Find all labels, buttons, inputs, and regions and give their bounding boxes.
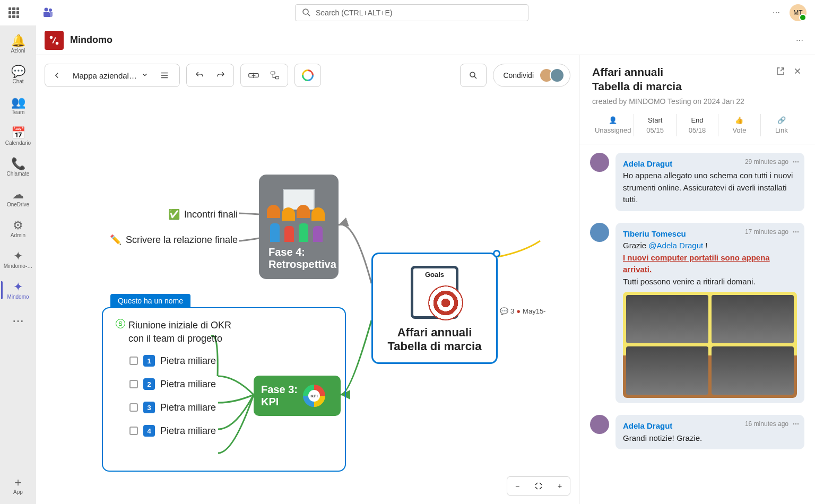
back-button[interactable] xyxy=(48,67,65,84)
comment-menu[interactable]: ⋯ xyxy=(793,157,799,167)
phase3-node[interactable]: Fase 3: KPI xyxy=(254,376,341,416)
more-menu-button[interactable]: ⋯ xyxy=(769,5,783,20)
milestone-1[interactable]: 1Pietra miliare xyxy=(129,355,332,367)
node-handle[interactable] xyxy=(493,250,500,257)
rail-icon: ⚙ xyxy=(13,220,23,231)
svg-point-2 xyxy=(303,9,308,14)
rail-item-azioni[interactable]: 🔔Azioni xyxy=(1,30,35,58)
user-avatar[interactable]: MT xyxy=(790,4,807,21)
comment: 29 minutes ago⋯ Adela Dragut Ho appena a… xyxy=(590,153,804,211)
comment: 16 minutes ago⋯ Adela Dragut Grandi noti… xyxy=(590,415,804,449)
comment-body: Grazie @Adela Dragut ! I nuovi computer … xyxy=(623,240,797,398)
meta-05/18[interactable]: End05/18 xyxy=(677,114,718,136)
details-panel: Affari annuali Tabella di marcia created… xyxy=(579,55,815,504)
meta-link[interactable]: 🔗Link xyxy=(761,114,802,136)
teams-logo xyxy=(41,6,54,19)
meta-05/15[interactable]: Start05/15 xyxy=(634,114,676,136)
phase4-node[interactable]: Fase 4: Retrospettiva xyxy=(259,175,339,279)
svg-line-10 xyxy=(475,76,477,79)
comment-body: Grandi notizie! Grazie. xyxy=(623,432,797,445)
search-icon xyxy=(302,8,310,18)
check-icon: ✅ xyxy=(168,208,180,220)
milestone-4[interactable]: 4Pietra miliare xyxy=(129,425,332,437)
pencil-icon: ✏️ xyxy=(110,234,122,246)
rail-icon: 📅 xyxy=(11,127,25,139)
insert-child-button[interactable] xyxy=(266,67,283,84)
mindmap-canvas[interactable]: Fase 4: Retrospettiva ✅ Incontri finali … xyxy=(36,55,579,504)
comment-menu[interactable]: ⋯ xyxy=(793,419,799,429)
commenter-avatar[interactable] xyxy=(590,223,609,242)
share-button[interactable]: Condividi xyxy=(493,64,570,87)
rail-item-chiamate[interactable]: 📞Chiamate xyxy=(1,153,35,181)
svg-point-4 xyxy=(50,36,53,39)
checkbox[interactable] xyxy=(129,427,138,435)
svg-point-5 xyxy=(56,41,59,45)
search-canvas-button[interactable] xyxy=(465,67,482,84)
search-input[interactable]: Search (CTRL+ALT+E) xyxy=(295,4,528,21)
retrospective-image xyxy=(267,189,331,242)
theme-button[interactable] xyxy=(299,67,316,84)
checkbox[interactable] xyxy=(129,380,138,388)
rail-item-chat[interactable]: 💬Chat xyxy=(1,60,35,89)
search-placeholder: Search (CTRL+ALT+E) xyxy=(316,8,392,17)
zoom-in-button[interactable]: + xyxy=(551,478,569,494)
tab-more-button[interactable]: ⋯ xyxy=(793,33,807,48)
popout-button[interactable] xyxy=(776,65,785,94)
rail-item-onedrive[interactable]: ☁OneDrive xyxy=(1,184,35,212)
close-panel-button[interactable] xyxy=(793,65,802,94)
undo-button[interactable] xyxy=(191,67,208,84)
rail-item-app[interactable]: ＋App xyxy=(1,471,35,500)
rail-icon: ✦ xyxy=(13,250,23,262)
attachment-image[interactable] xyxy=(623,292,797,398)
collaborator-avatars xyxy=(539,68,565,83)
rail-item-admin[interactable]: ⚙Admin xyxy=(1,214,35,243)
rail-icon: ⋯ xyxy=(12,315,24,327)
comment-body: Ho appena allegato uno schema con tutti … xyxy=(623,170,797,206)
insert-topic-button[interactable] xyxy=(245,67,262,84)
kpi-chart-icon xyxy=(303,385,325,407)
subnode-finals[interactable]: ✅ Incontri finali xyxy=(100,208,238,220)
rail-item-mindomo[interactable]: ✦Mindomo xyxy=(1,276,35,305)
document-selector[interactable]: Mappa aziendal… xyxy=(70,71,152,80)
rail-item-calendario[interactable]: 📅Calendario xyxy=(1,122,35,151)
commenter-avatar[interactable] xyxy=(590,153,609,172)
mindomo-logo xyxy=(45,31,64,50)
root-node[interactable]: Affari annuali Tabella di marcia xyxy=(371,253,498,364)
chevron-down-icon xyxy=(141,71,149,80)
subnode-report[interactable]: ✏️ Scrivere la relazione finale xyxy=(100,234,238,246)
fit-screen-button[interactable] xyxy=(530,478,548,494)
zoom-out-button[interactable]: − xyxy=(508,478,526,494)
checkbox[interactable] xyxy=(129,403,138,412)
panel-title-line2: Tabella di marcia xyxy=(592,79,682,93)
comment: 17 minutes ago⋯ Tiberiu Tomescu Grazie @… xyxy=(590,223,804,404)
rail-item-more[interactable]: ⋯ xyxy=(1,307,35,335)
rail-icon: ✦ xyxy=(13,281,23,293)
svg-point-0 xyxy=(49,8,52,12)
checkbox[interactable] xyxy=(129,357,138,365)
svg-line-3 xyxy=(308,14,310,16)
svg-point-1 xyxy=(45,8,48,12)
bluebox-label[interactable]: Questo ha un nome xyxy=(110,294,190,308)
app-launcher-icon[interactable] xyxy=(8,7,19,18)
menu-button[interactable] xyxy=(156,67,173,84)
comment-menu[interactable]: ⋯ xyxy=(793,227,799,237)
status-badge: S xyxy=(116,319,125,328)
rail-item-team[interactable]: 👥Team xyxy=(1,91,35,120)
meta-vote[interactable]: 👍Vote xyxy=(718,114,760,136)
created-by: created by MINDOMO Testing on 2024 Jan 2… xyxy=(592,97,802,106)
app-name: Mindomo xyxy=(70,34,112,46)
mention[interactable]: @Adela Dragut xyxy=(648,241,703,250)
node-meta[interactable]: 💬 3 ● May15- xyxy=(500,307,545,315)
rail-icon: 👥 xyxy=(11,97,25,108)
rail-icon: 🔔 xyxy=(11,35,25,47)
svg-point-9 xyxy=(470,72,475,77)
rail-icon: 📞 xyxy=(11,158,25,170)
meta-unassigned[interactable]: 👤Unassigned xyxy=(592,114,634,136)
app-rail: 🔔Azioni💬Chat👥Team📅Calendario📞Chiamate☁On… xyxy=(0,25,36,504)
redo-button[interactable] xyxy=(212,67,229,84)
comment-icon: 💬 xyxy=(500,307,508,315)
rail-icon: 💬 xyxy=(11,66,25,77)
rail-item-mindomo-…[interactable]: ✦Mindomo-… xyxy=(1,245,35,274)
commenter-avatar[interactable] xyxy=(590,415,609,434)
svg-rect-7 xyxy=(271,72,275,74)
